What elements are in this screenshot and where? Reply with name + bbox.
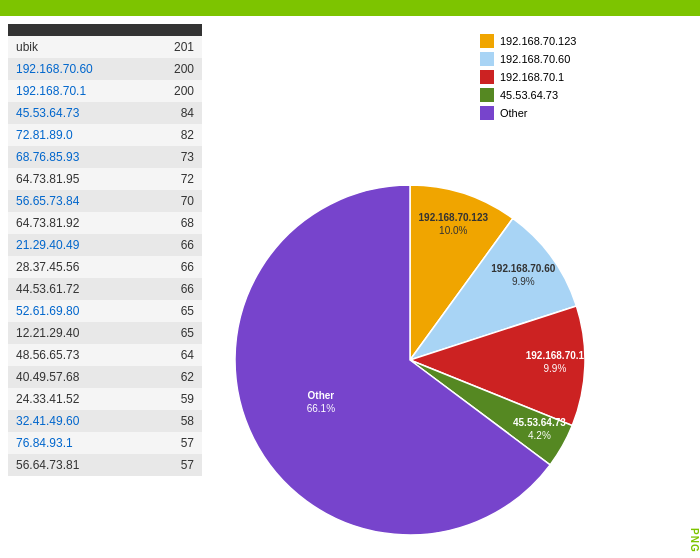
table-row: 68.76.85.9373 (8, 146, 202, 168)
num-cell: 84 (148, 102, 202, 124)
left-table: ubik201192.168.70.60200192.168.70.120045… (0, 24, 210, 558)
num-cell: 82 (148, 124, 202, 146)
table-row: 192.168.70.60200 (8, 58, 202, 80)
table-row: 192.168.70.1200 (8, 80, 202, 102)
content-area: ubik201192.168.70.60200192.168.70.120045… (0, 16, 700, 558)
col-header-ip (8, 24, 148, 36)
legend-color-box (480, 52, 494, 66)
num-cell: 200 (148, 58, 202, 80)
ip-cell[interactable]: 192.168.70.60 (8, 58, 148, 80)
png-label: PNG (689, 528, 700, 553)
chart-legend: 192.168.70.123192.168.70.60192.168.70.14… (480, 34, 576, 120)
legend-item: 192.168.70.1 (480, 70, 576, 84)
table-row: 24.33.41.5259 (8, 388, 202, 410)
ip-cell: 64.73.81.92 (8, 212, 148, 234)
legend-label: 192.168.70.60 (500, 53, 570, 65)
legend-color-box (480, 106, 494, 120)
ip-cell: 24.33.41.52 (8, 388, 148, 410)
num-cell: 65 (148, 300, 202, 322)
ip-cell: 44.53.61.72 (8, 278, 148, 300)
legend-item: Other (480, 106, 576, 120)
ip-cell[interactable]: 21.29.40.49 (8, 234, 148, 256)
data-table: ubik201192.168.70.60200192.168.70.120045… (8, 24, 202, 476)
table-row: 12.21.29.4065 (8, 322, 202, 344)
svg-text:192.168.70.1: 192.168.70.1 (526, 350, 585, 361)
legend-color-box (480, 88, 494, 102)
table-row: 40.49.57.6862 (8, 366, 202, 388)
ip-cell: 64.73.81.95 (8, 168, 148, 190)
ip-cell[interactable]: 52.61.69.80 (8, 300, 148, 322)
num-cell: 58 (148, 410, 202, 432)
table-row: 64.73.81.9572 (8, 168, 202, 190)
num-cell: 73 (148, 146, 202, 168)
table-row: 52.61.69.8065 (8, 300, 202, 322)
legend-label: 45.53.64.73 (500, 89, 558, 101)
num-cell: 66 (148, 278, 202, 300)
num-cell: 57 (148, 454, 202, 476)
page-container: ubik201192.168.70.60200192.168.70.120045… (0, 0, 700, 558)
svg-text:9.9%: 9.9% (512, 276, 535, 287)
ip-cell[interactable]: 68.76.85.93 (8, 146, 148, 168)
svg-text:45.53.64.73: 45.53.64.73 (513, 417, 566, 428)
svg-text:66.1%: 66.1% (307, 403, 335, 414)
legend-label: 192.168.70.1 (500, 71, 564, 83)
num-cell: 72 (148, 168, 202, 190)
table-row: 44.53.61.7266 (8, 278, 202, 300)
ip-cell: 48.56.65.73 (8, 344, 148, 366)
ip-cell[interactable]: 72.81.89.0 (8, 124, 148, 146)
svg-text:4.2%: 4.2% (528, 430, 551, 441)
ip-cell: 28.37.45.56 (8, 256, 148, 278)
legend-item: 192.168.70.60 (480, 52, 576, 66)
table-row: 64.73.81.9268 (8, 212, 202, 234)
table-row: 48.56.65.7364 (8, 344, 202, 366)
table-row: 32.41.49.6058 (8, 410, 202, 432)
ip-cell[interactable]: 32.41.49.60 (8, 410, 148, 432)
num-cell: 62 (148, 366, 202, 388)
svg-text:Other: Other (308, 390, 335, 401)
legend-item: 45.53.64.73 (480, 88, 576, 102)
ip-cell: 12.21.29.40 (8, 322, 148, 344)
table-row: ubik201 (8, 36, 202, 58)
ip-cell: 40.49.57.68 (8, 366, 148, 388)
ip-cell[interactable]: 192.168.70.1 (8, 80, 148, 102)
ip-cell: ubik (8, 36, 148, 58)
table-row: 28.37.45.5666 (8, 256, 202, 278)
ip-cell: 56.64.73.81 (8, 454, 148, 476)
num-cell: 59 (148, 388, 202, 410)
num-cell: 57 (148, 432, 202, 454)
col-header-num (148, 24, 202, 36)
svg-text:192.168.70.123: 192.168.70.123 (419, 212, 489, 223)
num-cell: 201 (148, 36, 202, 58)
legend-label: 192.168.70.123 (500, 35, 576, 47)
num-cell: 64 (148, 344, 202, 366)
num-cell: 66 (148, 256, 202, 278)
table-row: 21.29.40.4966 (8, 234, 202, 256)
svg-text:192.168.70.60: 192.168.70.60 (491, 263, 555, 274)
table-row: 76.84.93.157 (8, 432, 202, 454)
chart-container: 192.168.70.12310.0%192.168.70.609.9%192.… (220, 130, 650, 558)
right-chart: 192.168.70.123192.168.70.60192.168.70.14… (210, 24, 700, 558)
svg-text:9.9%: 9.9% (544, 363, 567, 374)
table-header-row (8, 24, 202, 36)
ip-cell[interactable]: 56.65.73.84 (8, 190, 148, 212)
num-cell: 70 (148, 190, 202, 212)
pie-chart: 192.168.70.12310.0%192.168.70.609.9%192.… (220, 130, 650, 558)
legend-item: 192.168.70.123 (480, 34, 576, 48)
table-row: 56.64.73.8157 (8, 454, 202, 476)
num-cell: 65 (148, 322, 202, 344)
ip-cell[interactable]: 76.84.93.1 (8, 432, 148, 454)
table-row: 72.81.89.082 (8, 124, 202, 146)
ip-cell[interactable]: 45.53.64.73 (8, 102, 148, 124)
title-bar (0, 0, 700, 16)
num-cell: 200 (148, 80, 202, 102)
legend-label: Other (500, 107, 528, 119)
svg-text:10.0%: 10.0% (439, 225, 467, 236)
table-row: 56.65.73.8470 (8, 190, 202, 212)
legend-color-box (480, 34, 494, 48)
table-row: 45.53.64.7384 (8, 102, 202, 124)
num-cell: 66 (148, 234, 202, 256)
num-cell: 68 (148, 212, 202, 234)
legend-color-box (480, 70, 494, 84)
